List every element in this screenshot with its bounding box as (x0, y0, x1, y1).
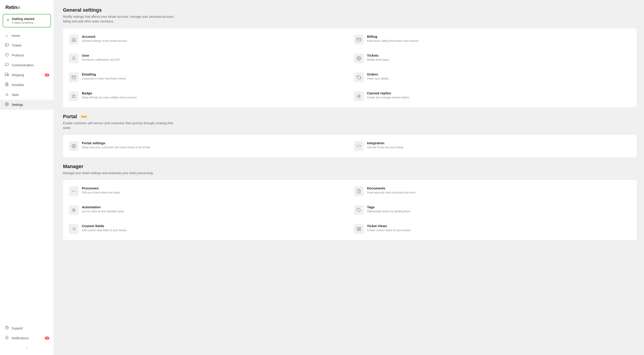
canned-replies-setting-item[interactable]: Canned replies Create and manage canned … (351, 88, 634, 105)
badge-desc: Show off that you have reliable return p… (82, 96, 137, 99)
custom-fields-icon (72, 227, 76, 231)
manager-settings-card: Processes Edit your ticket states and st… (63, 180, 637, 240)
portal-settings-title: Portal settings (82, 141, 150, 145)
emailing-setting-item[interactable]: Emailing Customize e-mails that Retino s… (66, 69, 349, 86)
ticket-views-setting-item[interactable]: Ticket Views Create custom views for you… (351, 220, 634, 238)
documents-icon (357, 189, 361, 193)
badge-setting-item[interactable]: Badge Show off that you have reliable re… (66, 88, 349, 105)
home-label: Home (12, 34, 20, 37)
canned-replies-icon (357, 94, 361, 98)
documents-desc: Issue warranty claim protocols and more (367, 191, 415, 195)
billing-icon (357, 37, 361, 42)
activities-icon (4, 82, 9, 87)
tickets-setting-item[interactable]: Tickets Modify ticket types (351, 50, 634, 67)
sidebar-item-notifications[interactable]: Notifications 1 (0, 333, 54, 343)
sidebar-item-support[interactable]: Support (0, 323, 54, 333)
getting-started-title: Getting started (12, 17, 34, 21)
main-content: General settings Modify settings that af… (54, 0, 644, 355)
ticket-views-icon (357, 227, 361, 231)
portal-settings-card: Portal settings Setup how your customers… (63, 135, 637, 157)
processes-setting-item[interactable]: Processes Edit your ticket states and st… (66, 183, 349, 200)
orders-title: Orders (367, 72, 389, 76)
custom-fields-icon-wrap (69, 224, 79, 234)
processes-icon-wrap (69, 186, 79, 196)
orders-icon-wrap (354, 72, 364, 82)
processes-title: Processes (82, 186, 120, 190)
user-desc: Password, notifications and API (82, 58, 120, 62)
home-icon: ⌂ (4, 33, 9, 38)
shipping-label: Shipping (12, 73, 24, 77)
portal-settings-item[interactable]: Portal settings Setup how your customers… (66, 137, 349, 155)
stats-label: Stats (12, 93, 19, 97)
ticket-views-title: Ticket Views (367, 224, 410, 228)
account-setting-item[interactable]: Account General settings of the whole ac… (66, 31, 349, 48)
general-settings-header: General settings Modify settings that af… (63, 7, 637, 24)
sidebar-bottom: Support Notifications 1 › (0, 321, 54, 355)
sidebar-item-communication[interactable]: Communication (0, 60, 54, 70)
emailing-desc: Customize e-mails that Retino sends (82, 77, 126, 81)
badge-title: Badge (82, 91, 137, 95)
tags-setting-item[interactable]: Tags Differentiate tickets by labeling t… (351, 202, 634, 219)
notifications-badge: 1 (45, 337, 49, 340)
account-title: Account (82, 35, 127, 38)
manager-desc: Manage your ticket settings and automate… (63, 171, 176, 175)
sidebar-collapse[interactable]: › (0, 343, 54, 352)
orders-setting-item[interactable]: Orders Order sync details (351, 69, 634, 86)
tickets-setting-desc: Modify ticket types (367, 58, 389, 62)
sidebar-item-settings[interactable]: Settings (0, 100, 54, 110)
communication-icon (4, 63, 9, 68)
tickets-setting-icon-wrap (354, 53, 364, 63)
sidebar-item-tickets[interactable]: Tickets (0, 40, 54, 50)
svg-marker-2 (8, 74, 8, 75)
user-setting-item[interactable]: User Password, notifications and API (66, 50, 349, 67)
account-icon-wrap (69, 35, 79, 44)
support-label: Support (12, 327, 23, 330)
documents-setting-item[interactable]: Documents Issue warranty claim protocols… (351, 183, 634, 200)
billing-desc: Extensions, billing information and invo… (367, 39, 418, 43)
svg-point-16 (358, 58, 360, 59)
portal-desc: Enable customer self-service and customi… (63, 121, 176, 130)
automation-setting-item[interactable]: Automation Let our robot do the repetiti… (66, 202, 349, 219)
svg-marker-17 (72, 94, 76, 98)
getting-started-subtitle: 2 steps remaining (12, 21, 34, 24)
tags-icon-wrap (354, 205, 364, 215)
svg-rect-34 (359, 227, 361, 229)
integration-title: Integration (367, 141, 403, 145)
getting-started-card[interactable]: ✦ Getting started 2 steps remaining (3, 14, 51, 27)
sidebar-item-stats[interactable]: Stats (0, 90, 54, 100)
integration-icon (357, 144, 361, 148)
shipping-badge: 2 (45, 73, 49, 77)
svg-rect-35 (359, 229, 361, 231)
sidebar-item-shipping[interactable]: Shipping 2 (0, 70, 54, 80)
billing-setting-item[interactable]: Billing Extensions, billing information … (351, 31, 634, 48)
sidebar-item-activities[interactable]: Activities (0, 80, 54, 90)
integration-desc: Add the Portal into your eshop (367, 146, 403, 149)
badge-icon (72, 94, 76, 98)
svg-rect-13 (357, 38, 361, 41)
sidebar-item-products[interactable]: Products (0, 50, 54, 60)
main-nav: ⌂ Home Tickets Products Communication (0, 30, 54, 321)
tickets-setting-title: Tickets (367, 53, 389, 57)
manager-header: Manager Manage your ticket settings and … (63, 164, 637, 175)
notifications-label: Notifications (12, 336, 29, 340)
sidebar-item-home[interactable]: ⌂ Home (0, 31, 54, 40)
billing-title: Billing (367, 35, 418, 38)
general-settings-card: Account General settings of the whole ac… (63, 28, 637, 107)
custom-fields-desc: Add custom data fields to your tickets (82, 229, 126, 232)
portal-header: Portal New Enable customer self-service … (63, 114, 637, 130)
integration-icon-wrap (354, 141, 364, 151)
ticket-views-icon-wrap (354, 224, 364, 234)
portal-section: Portal New Enable customer self-service … (63, 114, 637, 157)
integration-setting-item[interactable]: Integration Add the Portal into your esh… (351, 137, 634, 155)
support-icon (4, 326, 9, 331)
user-title: User (82, 53, 120, 57)
manager-section: Manager Manage your ticket settings and … (63, 164, 637, 240)
orders-icon (357, 75, 361, 79)
manager-title: Manager (63, 164, 637, 169)
svg-point-15 (73, 57, 75, 58)
chevron-right-icon: › (26, 345, 28, 350)
custom-fields-setting-item[interactable]: Custom fields Add custom data fields to … (66, 220, 349, 238)
tickets-setting-icon (357, 56, 361, 61)
emailing-icon (72, 75, 76, 79)
svg-point-22 (75, 191, 75, 191)
